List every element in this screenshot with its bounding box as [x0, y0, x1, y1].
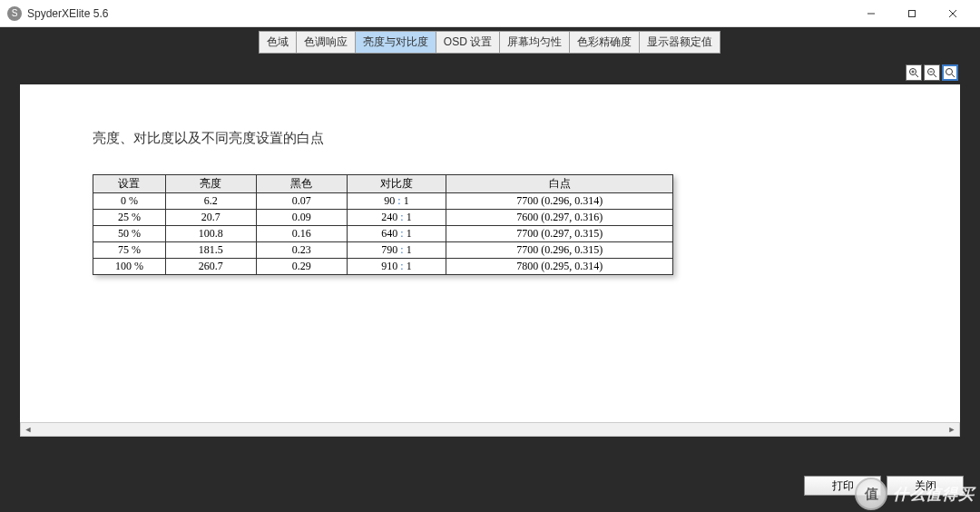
tab-3[interactable]: OSD 设置: [436, 31, 500, 54]
window-controls: [850, 1, 973, 26]
scroll-left-arrow[interactable]: ◄: [21, 423, 35, 436]
td-black: 0.23: [256, 242, 347, 259]
td-setting: 75 %: [93, 242, 166, 259]
svg-line-12: [952, 74, 955, 77]
table-row: 25 %20.70.09240:17600 (0.297, 0.316): [93, 210, 673, 226]
tab-0[interactable]: 色域: [259, 31, 297, 54]
zoom-in-button[interactable]: [906, 64, 922, 81]
content-frame: 亮度、对比度以及不同亮度设置的白点 设置 亮度 黑色 对比度 白点 0 %6.2…: [4, 54, 976, 437]
table-row: 75 %181.50.23790:17700 (0.296, 0.315): [93, 242, 673, 259]
svg-line-9: [934, 74, 936, 77]
window-title: SpyderXElite 5.6: [27, 7, 850, 20]
maximize-button[interactable]: [891, 1, 932, 26]
scroll-right-arrow[interactable]: ►: [945, 423, 959, 436]
td-contrast: 910:1: [347, 259, 446, 275]
th-black: 黑色: [256, 175, 347, 193]
td-black: 0.07: [256, 193, 347, 210]
tab-2[interactable]: 亮度与对比度: [355, 31, 436, 54]
td-black: 0.16: [256, 226, 347, 242]
td-contrast: 240:1: [347, 210, 446, 226]
td-white-point: 7600 (0.297, 0.316): [446, 210, 673, 226]
td-brightness: 20.7: [165, 210, 256, 226]
svg-point-11: [946, 69, 953, 75]
tab-5[interactable]: 色彩精确度: [569, 31, 640, 54]
table-row: 100 %260.70.29910:17800 (0.295, 0.314): [93, 259, 673, 275]
th-contrast: 对比度: [347, 175, 446, 193]
watermark-badge: 值: [855, 478, 887, 510]
td-brightness: 181.5: [165, 242, 256, 259]
td-white-point: 7700 (0.296, 0.315): [446, 242, 673, 259]
td-brightness: 260.7: [165, 259, 256, 275]
td-white-point: 7700 (0.296, 0.314): [446, 193, 673, 210]
data-table: 设置 亮度 黑色 对比度 白点 0 %6.20.0790:17700 (0.29…: [93, 174, 673, 275]
page-heading: 亮度、对比度以及不同亮度设置的白点: [93, 130, 887, 147]
zoom-fit-button[interactable]: [942, 64, 958, 81]
watermark-text: 什么值得买: [893, 484, 975, 505]
svg-line-5: [916, 74, 918, 77]
minimize-button[interactable]: [850, 1, 891, 26]
app-icon: S: [7, 6, 22, 21]
td-contrast: 640:1: [347, 226, 446, 242]
th-setting: 设置: [93, 175, 166, 193]
td-white-point: 7800 (0.295, 0.314): [446, 259, 673, 275]
horizontal-scrollbar[interactable]: ◄ ►: [20, 422, 960, 437]
td-contrast: 90:1: [347, 193, 446, 210]
tab-4[interactable]: 屏幕均匀性: [499, 31, 570, 54]
tab-strip: 色域色调响应亮度与对比度OSD 设置屏幕均匀性色彩精确度显示器额定值: [4, 31, 976, 54]
td-setting: 0 %: [93, 193, 166, 210]
titlebar: S SpyderXElite 5.6: [0, 0, 980, 27]
table-row: 50 %100.80.16640:17700 (0.297, 0.315): [93, 226, 673, 242]
tab-6[interactable]: 显示器额定值: [639, 31, 720, 54]
td-brightness: 6.2: [165, 193, 256, 210]
td-setting: 25 %: [93, 210, 166, 226]
zoom-toolbar: [20, 61, 960, 84]
table-header-row: 设置 亮度 黑色 对比度 白点: [93, 175, 673, 193]
td-black: 0.09: [256, 210, 347, 226]
app-body: 色域色调响应亮度与对比度OSD 设置屏幕均匀性色彩精确度显示器额定值 亮度、对比…: [0, 27, 980, 512]
th-brightness: 亮度: [165, 175, 256, 193]
th-white-point: 白点: [446, 175, 673, 193]
zoom-out-button[interactable]: [924, 64, 940, 81]
td-black: 0.29: [256, 259, 347, 275]
td-brightness: 100.8: [165, 226, 256, 242]
report-panel: 亮度、对比度以及不同亮度设置的白点 设置 亮度 黑色 对比度 白点 0 %6.2…: [20, 84, 960, 422]
svg-rect-1: [908, 10, 915, 16]
td-setting: 100 %: [93, 259, 166, 275]
table-row: 0 %6.20.0790:17700 (0.296, 0.314): [93, 193, 673, 210]
watermark: 值 什么值得买: [855, 478, 975, 510]
td-setting: 50 %: [93, 226, 166, 242]
td-contrast: 790:1: [347, 242, 446, 259]
td-white-point: 7700 (0.297, 0.315): [446, 226, 673, 242]
close-button[interactable]: [932, 1, 973, 26]
tab-1[interactable]: 色调响应: [296, 31, 356, 54]
